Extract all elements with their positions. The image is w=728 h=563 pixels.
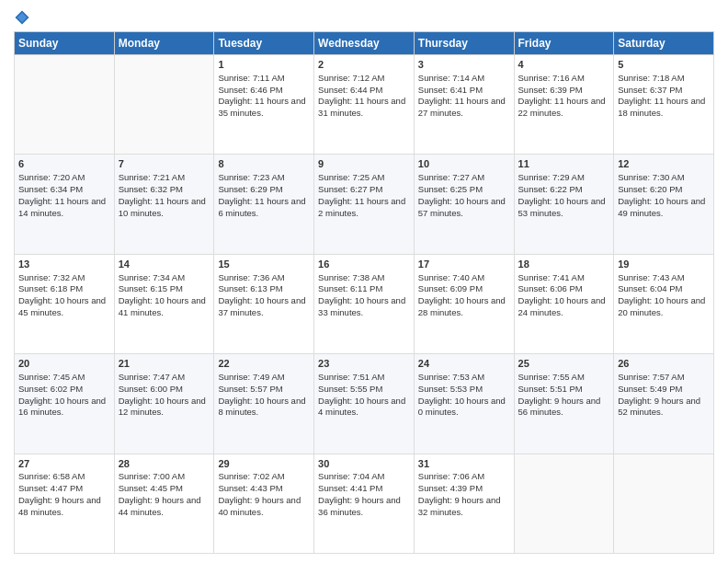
- day-number: 4: [518, 58, 610, 72]
- day-info: Daylight: 11 hours and 18 minutes.: [618, 96, 710, 120]
- calendar-cell: 11Sunrise: 7:29 AMSunset: 6:22 PMDayligh…: [514, 155, 614, 254]
- day-info: Sunrise: 7:20 AM: [18, 172, 110, 184]
- day-info: Daylight: 10 hours and 20 minutes.: [618, 295, 710, 319]
- day-info: Daylight: 10 hours and 12 minutes.: [119, 396, 210, 419]
- day-info: Daylight: 10 hours and 4 minutes.: [318, 396, 410, 419]
- day-info: Sunrise: 7:43 AM: [618, 272, 710, 284]
- day-info: Sunset: 5:57 PM: [218, 384, 310, 396]
- day-info: Daylight: 10 hours and 0 minutes.: [418, 396, 510, 419]
- calendar-cell: 23Sunrise: 7:51 AMSunset: 5:55 PMDayligh…: [314, 354, 415, 454]
- calendar-cell: 19Sunrise: 7:43 AMSunset: 6:04 PMDayligh…: [614, 254, 714, 353]
- day-info: Daylight: 11 hours and 27 minutes.: [418, 96, 510, 120]
- day-header-saturday: Saturday: [614, 32, 714, 55]
- day-number: 1: [218, 58, 310, 72]
- day-info: Sunrise: 7:06 AM: [418, 471, 510, 483]
- day-info: Daylight: 9 hours and 56 minutes.: [518, 396, 610, 419]
- day-info: Sunrise: 7:38 AM: [318, 272, 410, 284]
- calendar-cell: 7Sunrise: 7:21 AMSunset: 6:32 PMDaylight…: [114, 155, 214, 254]
- calendar-cell: 30Sunrise: 7:04 AMSunset: 4:41 PMDayligh…: [314, 454, 415, 553]
- day-info: Sunrise: 7:16 AM: [518, 73, 610, 85]
- day-number: 24: [418, 357, 510, 371]
- day-header-tuesday: Tuesday: [214, 32, 314, 55]
- calendar-cell: 26Sunrise: 7:57 AMSunset: 5:49 PMDayligh…: [614, 354, 714, 454]
- day-info: Sunrise: 7:36 AM: [218, 272, 310, 284]
- day-info: Sunset: 6:22 PM: [518, 184, 610, 196]
- calendar-cell: 3Sunrise: 7:14 AMSunset: 6:41 PMDaylight…: [414, 55, 514, 155]
- day-number: 2: [318, 58, 410, 72]
- day-number: 10: [418, 157, 510, 171]
- day-info: Sunset: 6:34 PM: [18, 184, 110, 196]
- header: [14, 9, 714, 26]
- calendar-cell: 9Sunrise: 7:25 AMSunset: 6:27 PMDaylight…: [314, 155, 415, 254]
- day-number: 7: [119, 157, 210, 171]
- day-info: Sunrise: 7:04 AM: [318, 471, 410, 483]
- day-number: 12: [618, 157, 710, 171]
- day-info: Sunrise: 7:12 AM: [318, 73, 410, 85]
- day-number: 16: [318, 258, 410, 271]
- logo-icon: [14, 9, 30, 26]
- day-info: Sunset: 6:20 PM: [618, 184, 710, 196]
- day-info: Daylight: 10 hours and 57 minutes.: [418, 196, 510, 220]
- day-info: Daylight: 10 hours and 8 minutes.: [218, 396, 310, 419]
- day-info: Sunrise: 7:02 AM: [218, 471, 310, 483]
- day-info: Sunrise: 7:51 AM: [318, 372, 410, 384]
- day-info: Sunrise: 7:53 AM: [418, 372, 510, 384]
- day-info: Sunset: 6:15 PM: [119, 283, 210, 295]
- day-number: 30: [318, 457, 410, 471]
- day-info: Sunset: 4:43 PM: [218, 483, 310, 495]
- calendar-cell: 25Sunrise: 7:55 AMSunset: 5:51 PMDayligh…: [514, 354, 614, 454]
- calendar-cell: 12Sunrise: 7:30 AMSunset: 6:20 PMDayligh…: [614, 155, 714, 254]
- day-header-wednesday: Wednesday: [314, 32, 415, 55]
- day-info: Sunset: 6:25 PM: [418, 184, 510, 196]
- calendar-cell: 8Sunrise: 7:23 AMSunset: 6:29 PMDaylight…: [214, 155, 314, 254]
- calendar-cell: 22Sunrise: 7:49 AMSunset: 5:57 PMDayligh…: [214, 354, 314, 454]
- day-number: 15: [218, 258, 310, 271]
- day-info: Sunset: 5:51 PM: [518, 384, 610, 396]
- day-info: Daylight: 10 hours and 24 minutes.: [518, 295, 610, 319]
- day-info: Sunset: 6:09 PM: [418, 283, 510, 295]
- calendar-cell: 20Sunrise: 7:45 AMSunset: 6:02 PMDayligh…: [15, 354, 115, 454]
- day-info: Sunrise: 6:58 AM: [18, 471, 110, 483]
- day-info: Sunset: 5:55 PM: [318, 384, 410, 396]
- day-info: Daylight: 11 hours and 35 minutes.: [218, 96, 310, 120]
- page: SundayMondayTuesdayWednesdayThursdayFrid…: [0, 0, 728, 563]
- day-info: Daylight: 9 hours and 48 minutes.: [18, 495, 110, 519]
- calendar-cell: [114, 55, 214, 155]
- day-info: Sunset: 6:46 PM: [218, 85, 310, 97]
- day-info: Daylight: 11 hours and 10 minutes.: [119, 196, 210, 220]
- calendar-table: SundayMondayTuesdayWednesdayThursdayFrid…: [14, 31, 714, 554]
- day-info: Daylight: 11 hours and 31 minutes.: [318, 96, 410, 120]
- day-info: Daylight: 9 hours and 32 minutes.: [418, 495, 510, 519]
- day-info: Sunset: 6:13 PM: [218, 283, 310, 295]
- day-number: 29: [218, 457, 310, 471]
- day-info: Sunset: 6:27 PM: [318, 184, 410, 196]
- day-number: 8: [218, 157, 310, 171]
- calendar-cell: 21Sunrise: 7:47 AMSunset: 6:00 PMDayligh…: [114, 354, 214, 454]
- calendar-cell: [514, 454, 614, 553]
- day-header-friday: Friday: [514, 32, 614, 55]
- calendar-cell: 27Sunrise: 6:58 AMSunset: 4:47 PMDayligh…: [15, 454, 115, 553]
- calendar-cell: 29Sunrise: 7:02 AMSunset: 4:43 PMDayligh…: [214, 454, 314, 553]
- calendar-cell: 28Sunrise: 7:00 AMSunset: 4:45 PMDayligh…: [114, 454, 214, 553]
- day-info: Sunset: 6:06 PM: [518, 283, 610, 295]
- day-info: Sunset: 4:39 PM: [418, 483, 510, 495]
- day-info: Daylight: 11 hours and 22 minutes.: [518, 96, 610, 120]
- day-number: 25: [518, 357, 610, 371]
- day-info: Sunset: 6:18 PM: [18, 283, 110, 295]
- day-number: 11: [518, 157, 610, 171]
- day-info: Daylight: 11 hours and 6 minutes.: [218, 196, 310, 220]
- day-info: Sunset: 6:04 PM: [618, 283, 710, 295]
- day-info: Sunset: 6:37 PM: [618, 85, 710, 97]
- day-header-sunday: Sunday: [15, 32, 115, 55]
- day-info: Sunrise: 7:57 AM: [618, 372, 710, 384]
- day-number: 26: [618, 357, 710, 371]
- calendar-cell: 4Sunrise: 7:16 AMSunset: 6:39 PMDaylight…: [514, 55, 614, 155]
- day-info: Sunrise: 7:55 AM: [518, 372, 610, 384]
- day-info: Sunset: 6:41 PM: [418, 85, 510, 97]
- day-number: 6: [18, 157, 110, 171]
- day-info: Sunrise: 7:41 AM: [518, 272, 610, 284]
- day-number: 21: [119, 357, 210, 371]
- day-number: 17: [418, 258, 510, 271]
- day-number: 20: [18, 357, 110, 371]
- day-info: Daylight: 10 hours and 37 minutes.: [218, 295, 310, 319]
